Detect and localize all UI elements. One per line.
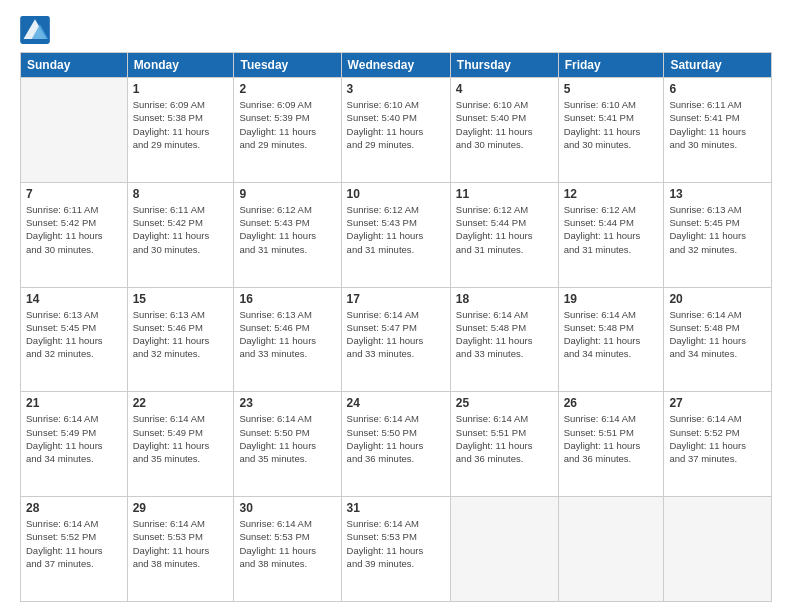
day-info: Sunrise: 6:13 AM Sunset: 5:45 PM Dayligh… <box>669 203 766 256</box>
day-number: 16 <box>239 292 335 306</box>
day-cell: 22Sunrise: 6:14 AM Sunset: 5:49 PM Dayli… <box>127 392 234 497</box>
day-number: 28 <box>26 501 122 515</box>
header-monday: Monday <box>127 53 234 78</box>
day-number: 25 <box>456 396 553 410</box>
day-cell: 31Sunrise: 6:14 AM Sunset: 5:53 PM Dayli… <box>341 497 450 602</box>
day-number: 29 <box>133 501 229 515</box>
day-number: 5 <box>564 82 659 96</box>
day-number: 31 <box>347 501 445 515</box>
day-number: 20 <box>669 292 766 306</box>
day-cell <box>558 497 664 602</box>
day-number: 3 <box>347 82 445 96</box>
day-cell: 27Sunrise: 6:14 AM Sunset: 5:52 PM Dayli… <box>664 392 772 497</box>
day-info: Sunrise: 6:12 AM Sunset: 5:44 PM Dayligh… <box>564 203 659 256</box>
day-cell: 28Sunrise: 6:14 AM Sunset: 5:52 PM Dayli… <box>21 497 128 602</box>
day-number: 11 <box>456 187 553 201</box>
day-cell: 21Sunrise: 6:14 AM Sunset: 5:49 PM Dayli… <box>21 392 128 497</box>
day-info: Sunrise: 6:10 AM Sunset: 5:40 PM Dayligh… <box>347 98 445 151</box>
day-cell: 10Sunrise: 6:12 AM Sunset: 5:43 PM Dayli… <box>341 182 450 287</box>
week-row-3: 14Sunrise: 6:13 AM Sunset: 5:45 PM Dayli… <box>21 287 772 392</box>
day-cell: 19Sunrise: 6:14 AM Sunset: 5:48 PM Dayli… <box>558 287 664 392</box>
day-number: 4 <box>456 82 553 96</box>
day-number: 15 <box>133 292 229 306</box>
day-info: Sunrise: 6:10 AM Sunset: 5:40 PM Dayligh… <box>456 98 553 151</box>
day-cell: 4Sunrise: 6:10 AM Sunset: 5:40 PM Daylig… <box>450 78 558 183</box>
day-info: Sunrise: 6:11 AM Sunset: 5:42 PM Dayligh… <box>133 203 229 256</box>
week-row-4: 21Sunrise: 6:14 AM Sunset: 5:49 PM Dayli… <box>21 392 772 497</box>
day-number: 2 <box>239 82 335 96</box>
week-row-2: 7Sunrise: 6:11 AM Sunset: 5:42 PM Daylig… <box>21 182 772 287</box>
day-info: Sunrise: 6:14 AM Sunset: 5:52 PM Dayligh… <box>669 412 766 465</box>
day-info: Sunrise: 6:13 AM Sunset: 5:46 PM Dayligh… <box>133 308 229 361</box>
day-cell: 7Sunrise: 6:11 AM Sunset: 5:42 PM Daylig… <box>21 182 128 287</box>
header-tuesday: Tuesday <box>234 53 341 78</box>
day-cell: 25Sunrise: 6:14 AM Sunset: 5:51 PM Dayli… <box>450 392 558 497</box>
day-info: Sunrise: 6:14 AM Sunset: 5:48 PM Dayligh… <box>456 308 553 361</box>
day-info: Sunrise: 6:13 AM Sunset: 5:46 PM Dayligh… <box>239 308 335 361</box>
day-info: Sunrise: 6:14 AM Sunset: 5:52 PM Dayligh… <box>26 517 122 570</box>
day-cell: 17Sunrise: 6:14 AM Sunset: 5:47 PM Dayli… <box>341 287 450 392</box>
day-cell: 5Sunrise: 6:10 AM Sunset: 5:41 PM Daylig… <box>558 78 664 183</box>
day-cell <box>664 497 772 602</box>
day-info: Sunrise: 6:11 AM Sunset: 5:41 PM Dayligh… <box>669 98 766 151</box>
day-number: 17 <box>347 292 445 306</box>
header-saturday: Saturday <box>664 53 772 78</box>
calendar-header-row: SundayMondayTuesdayWednesdayThursdayFrid… <box>21 53 772 78</box>
header-friday: Friday <box>558 53 664 78</box>
day-info: Sunrise: 6:11 AM Sunset: 5:42 PM Dayligh… <box>26 203 122 256</box>
day-number: 14 <box>26 292 122 306</box>
day-info: Sunrise: 6:10 AM Sunset: 5:41 PM Dayligh… <box>564 98 659 151</box>
day-info: Sunrise: 6:13 AM Sunset: 5:45 PM Dayligh… <box>26 308 122 361</box>
day-cell <box>21 78 128 183</box>
day-info: Sunrise: 6:14 AM Sunset: 5:49 PM Dayligh… <box>26 412 122 465</box>
day-number: 22 <box>133 396 229 410</box>
day-number: 24 <box>347 396 445 410</box>
day-cell: 1Sunrise: 6:09 AM Sunset: 5:38 PM Daylig… <box>127 78 234 183</box>
day-number: 27 <box>669 396 766 410</box>
day-cell: 30Sunrise: 6:14 AM Sunset: 5:53 PM Dayli… <box>234 497 341 602</box>
day-info: Sunrise: 6:14 AM Sunset: 5:53 PM Dayligh… <box>239 517 335 570</box>
day-info: Sunrise: 6:14 AM Sunset: 5:48 PM Dayligh… <box>564 308 659 361</box>
day-cell: 15Sunrise: 6:13 AM Sunset: 5:46 PM Dayli… <box>127 287 234 392</box>
day-number: 23 <box>239 396 335 410</box>
day-cell: 14Sunrise: 6:13 AM Sunset: 5:45 PM Dayli… <box>21 287 128 392</box>
day-number: 12 <box>564 187 659 201</box>
day-cell: 8Sunrise: 6:11 AM Sunset: 5:42 PM Daylig… <box>127 182 234 287</box>
day-number: 7 <box>26 187 122 201</box>
logo-icon <box>20 16 50 44</box>
day-number: 18 <box>456 292 553 306</box>
day-cell: 13Sunrise: 6:13 AM Sunset: 5:45 PM Dayli… <box>664 182 772 287</box>
week-row-1: 1Sunrise: 6:09 AM Sunset: 5:38 PM Daylig… <box>21 78 772 183</box>
day-cell: 26Sunrise: 6:14 AM Sunset: 5:51 PM Dayli… <box>558 392 664 497</box>
day-number: 6 <box>669 82 766 96</box>
day-cell: 11Sunrise: 6:12 AM Sunset: 5:44 PM Dayli… <box>450 182 558 287</box>
day-number: 26 <box>564 396 659 410</box>
day-cell: 18Sunrise: 6:14 AM Sunset: 5:48 PM Dayli… <box>450 287 558 392</box>
header-thursday: Thursday <box>450 53 558 78</box>
day-cell: 20Sunrise: 6:14 AM Sunset: 5:48 PM Dayli… <box>664 287 772 392</box>
logo <box>20 16 52 44</box>
day-cell: 16Sunrise: 6:13 AM Sunset: 5:46 PM Dayli… <box>234 287 341 392</box>
day-info: Sunrise: 6:14 AM Sunset: 5:49 PM Dayligh… <box>133 412 229 465</box>
day-cell: 23Sunrise: 6:14 AM Sunset: 5:50 PM Dayli… <box>234 392 341 497</box>
day-info: Sunrise: 6:14 AM Sunset: 5:48 PM Dayligh… <box>669 308 766 361</box>
day-number: 21 <box>26 396 122 410</box>
day-cell: 9Sunrise: 6:12 AM Sunset: 5:43 PM Daylig… <box>234 182 341 287</box>
day-info: Sunrise: 6:14 AM Sunset: 5:50 PM Dayligh… <box>347 412 445 465</box>
day-info: Sunrise: 6:14 AM Sunset: 5:51 PM Dayligh… <box>564 412 659 465</box>
day-number: 10 <box>347 187 445 201</box>
day-info: Sunrise: 6:14 AM Sunset: 5:50 PM Dayligh… <box>239 412 335 465</box>
day-info: Sunrise: 6:14 AM Sunset: 5:51 PM Dayligh… <box>456 412 553 465</box>
day-info: Sunrise: 6:09 AM Sunset: 5:38 PM Dayligh… <box>133 98 229 151</box>
header-sunday: Sunday <box>21 53 128 78</box>
day-info: Sunrise: 6:12 AM Sunset: 5:43 PM Dayligh… <box>347 203 445 256</box>
week-row-5: 28Sunrise: 6:14 AM Sunset: 5:52 PM Dayli… <box>21 497 772 602</box>
day-info: Sunrise: 6:14 AM Sunset: 5:47 PM Dayligh… <box>347 308 445 361</box>
header <box>20 16 772 44</box>
header-wednesday: Wednesday <box>341 53 450 78</box>
day-info: Sunrise: 6:09 AM Sunset: 5:39 PM Dayligh… <box>239 98 335 151</box>
day-info: Sunrise: 6:14 AM Sunset: 5:53 PM Dayligh… <box>133 517 229 570</box>
day-number: 9 <box>239 187 335 201</box>
day-cell: 24Sunrise: 6:14 AM Sunset: 5:50 PM Dayli… <box>341 392 450 497</box>
day-info: Sunrise: 6:12 AM Sunset: 5:44 PM Dayligh… <box>456 203 553 256</box>
